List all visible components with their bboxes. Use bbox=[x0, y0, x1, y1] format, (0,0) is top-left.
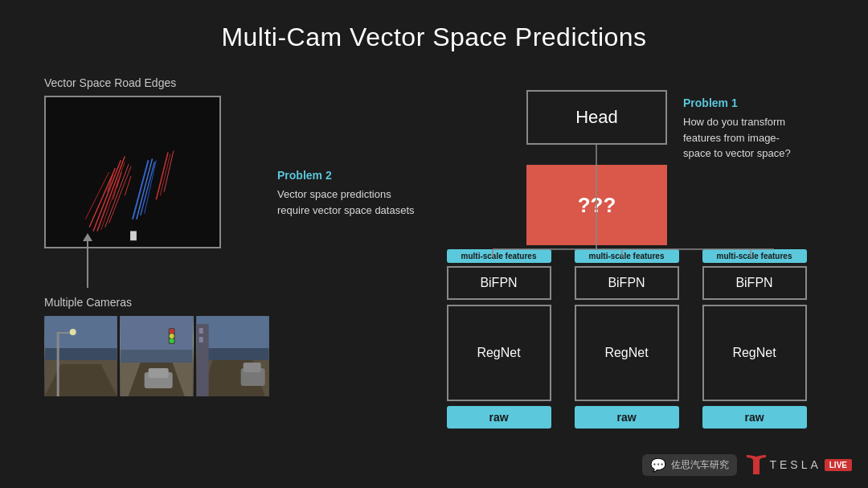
wechat-badge: 💬 佐思汽车研究 bbox=[642, 454, 737, 476]
wechat-icon: 💬 bbox=[650, 457, 666, 473]
network-column-1: multi-scale features BiFPN RegNet raw bbox=[440, 249, 557, 429]
upward-arrow bbox=[87, 240, 88, 288]
live-badge: LIVE bbox=[825, 459, 852, 471]
network-columns: multi-scale features BiFPN RegNet raw mu… bbox=[440, 249, 813, 429]
problem2-text: Vector space predictions require vector … bbox=[277, 187, 415, 218]
network-column-2: multi-scale features BiFPN RegNet raw bbox=[568, 249, 685, 429]
svg-point-34 bbox=[170, 338, 174, 343]
bifpn-box-3: BiFPN bbox=[702, 266, 807, 300]
raw-badge-2: raw bbox=[575, 406, 679, 429]
svg-rect-43 bbox=[196, 324, 208, 396]
svg-rect-21 bbox=[45, 316, 117, 348]
svg-rect-24 bbox=[57, 332, 59, 396]
vector-space-label: Vector Space Road Edges bbox=[44, 76, 277, 89]
svg-rect-44 bbox=[199, 328, 203, 334]
slide-title: Multi-Cam Vector Space Predictions bbox=[0, 0, 868, 52]
tesla-text: TESLA bbox=[769, 458, 821, 471]
regnet-box-3: RegNet bbox=[702, 305, 807, 401]
slide: Multi-Cam Vector Space Predictions Vecto… bbox=[0, 0, 868, 488]
problem2-section: Problem 2 Vector space predictions requi… bbox=[277, 169, 415, 218]
svg-rect-19 bbox=[130, 231, 137, 240]
question-box: ??? bbox=[526, 165, 667, 245]
badge-1: multi-scale features bbox=[447, 249, 551, 263]
camera-2 bbox=[120, 316, 193, 396]
head-box: Head bbox=[526, 90, 667, 145]
bifpn-box-1: BiFPN bbox=[447, 266, 551, 300]
svg-rect-28 bbox=[121, 316, 193, 350]
head-label: Head bbox=[575, 107, 618, 128]
question-label: ??? bbox=[578, 193, 616, 218]
svg-point-26 bbox=[70, 329, 76, 335]
left-section: Vector Space Road Edges bbox=[44, 76, 277, 248]
vector-space-visualization bbox=[44, 96, 221, 248]
road-edges-svg bbox=[46, 97, 219, 247]
camera-3 bbox=[196, 316, 269, 396]
problem2-title: Problem 2 bbox=[277, 169, 415, 182]
svg-rect-0 bbox=[46, 97, 219, 247]
network-column-3: multi-scale features BiFPN RegNet raw bbox=[696, 249, 813, 429]
problem1-title: Problem 1 bbox=[683, 96, 791, 109]
svg-rect-42 bbox=[243, 363, 260, 372]
regnet-box-1: RegNet bbox=[447, 305, 551, 401]
svg-rect-45 bbox=[199, 337, 203, 342]
wechat-text: 佐思汽车研究 bbox=[671, 458, 729, 472]
problem1-section: Problem 1 How do you transform features … bbox=[683, 96, 791, 162]
raw-badge-3: raw bbox=[702, 406, 807, 429]
tesla-logo: TESLA LIVE bbox=[747, 453, 852, 476]
svg-rect-36 bbox=[149, 368, 169, 378]
camera-1 bbox=[44, 316, 117, 396]
problem1-text: How do you transform features from image… bbox=[683, 114, 791, 162]
camera-strip bbox=[44, 316, 269, 396]
svg-point-33 bbox=[170, 334, 174, 338]
regnet-box-2: RegNet bbox=[575, 305, 679, 401]
raw-badge-1: raw bbox=[447, 406, 551, 429]
bottom-right-area: 💬 佐思汽车研究 TESLA LIVE bbox=[642, 453, 852, 476]
tesla-t-icon bbox=[747, 453, 766, 476]
bifpn-box-2: BiFPN bbox=[575, 266, 679, 300]
badge-3: multi-scale features bbox=[702, 249, 807, 263]
badge-2: multi-scale features bbox=[575, 249, 679, 263]
cameras-label: Multiple Cameras bbox=[44, 296, 132, 309]
svg-point-32 bbox=[170, 329, 174, 334]
